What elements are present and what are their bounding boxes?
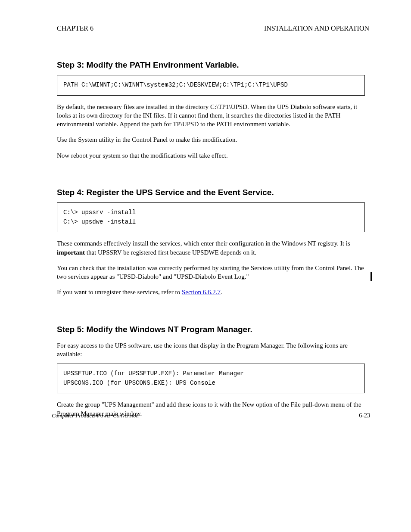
step3-body: By default, the necessary files are inst… <box>57 103 365 160</box>
code-line: UPSCONS.ICO (for UPSCONS.EXE): UPS Conso… <box>63 379 358 388</box>
step3-title: Step 3: Modify the PATH Environment Vari… <box>57 60 370 70</box>
change-bar-icon <box>371 272 372 281</box>
step4-code-box: C:\> upssrv -install C:\> upsdwe -instal… <box>57 202 365 232</box>
paragraph: These commands effectively install the s… <box>57 239 365 257</box>
paragraph: For easy access to the UPS software, use… <box>57 341 365 359</box>
step4-body: These commands effectively install the s… <box>57 239 365 296</box>
code-line: C:\> upssrv -install <box>63 208 358 218</box>
text-span: These commands effectively install the s… <box>57 240 350 247</box>
step4-title: Step 4: Register the UPS Service and the… <box>57 188 370 197</box>
text-span: If you want to unregister these services… <box>57 289 182 296</box>
paragraph: Now reboot your system so that the modif… <box>57 151 365 160</box>
paragraph: By default, the necessary files are inst… <box>57 103 365 129</box>
paragraph: You can check that the installation was … <box>57 264 365 281</box>
paragraph: If you want to unregister these services… <box>57 288 365 296</box>
cross-reference-link[interactable]: Section 6.6.2.7 <box>182 289 221 296</box>
bold-important: important <box>57 249 85 256</box>
paragraph: Use the System utility in the Control Pa… <box>57 135 365 144</box>
step5-intro: For easy access to the UPS software, use… <box>57 341 365 359</box>
header-chapter: CHAPTER 6 <box>57 25 93 32</box>
step5-title: Step 5: Modify the Windows NT Program Ma… <box>57 325 370 334</box>
header-section: INSTALLATION AND OPERATION <box>264 25 369 32</box>
page-footer: Computer Products Power Conversion 6-23 <box>52 412 370 419</box>
code-line: PATH C:\WINNT;C:\WINNT\system32;C:\DESKV… <box>63 81 358 90</box>
text-span: . <box>221 289 222 296</box>
step3-code-box: PATH C:\WINNT;C:\WINNT\system32;C:\DESKV… <box>57 75 365 96</box>
text-span: that UPSSRV be registered first because … <box>85 249 256 256</box>
code-line: UPSSETUP.ICO (for UPSSETUP.EXE): Paramet… <box>63 369 358 379</box>
code-line: C:\> upsdwe -install <box>63 218 358 227</box>
footer-text: Computer Products Power Conversion <box>52 412 139 419</box>
page-number: 6-23 <box>359 412 370 419</box>
step5-code-box: UPSSETUP.ICO (for UPSSETUP.EXE): Paramet… <box>57 364 365 393</box>
